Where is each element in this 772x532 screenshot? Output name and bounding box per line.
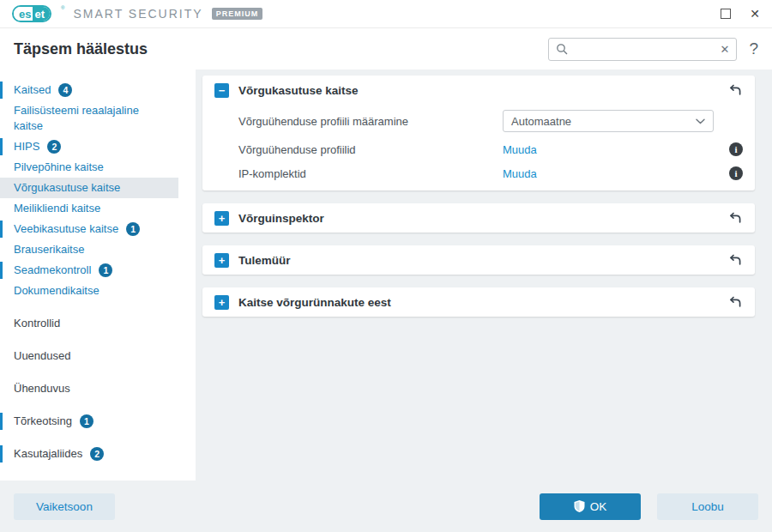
- count-badge: 1: [99, 263, 112, 277]
- cancel-button[interactable]: Loobu: [657, 493, 758, 520]
- section-kaitse-vorgurunnakute-eest: + Kaitse võrgurünnakute eest: [202, 287, 755, 317]
- undo-icon: [728, 83, 742, 97]
- product-name: SMART SECURITY: [73, 7, 202, 21]
- sidebar-item-label: Brauserikaitse: [14, 242, 84, 257]
- section-header[interactable]: + Kaitse võrgurünnakute eest: [202, 287, 755, 317]
- default-button[interactable]: Vaiketsoon: [14, 493, 115, 520]
- sidebar-item-meilikliendi-kaitse[interactable]: Meilikliendi kaitse: [0, 198, 178, 219]
- expand-icon[interactable]: +: [214, 253, 229, 268]
- collapse-icon[interactable]: −: [214, 83, 229, 98]
- setting-row-profiili-maaramine: Võrguühenduse profiili määramine Automaa…: [202, 105, 755, 137]
- attention-bar: [0, 221, 3, 238]
- setting-label: IP-komplektid: [238, 167, 503, 180]
- count-badge: 2: [90, 447, 104, 461]
- settings-content: − Võrgukasutuse kaitse Võrguühenduse pro…: [196, 70, 772, 481]
- ok-button-label: OK: [590, 500, 607, 513]
- attention-bar: [0, 262, 3, 279]
- registered-mark: ®: [61, 5, 64, 10]
- setting-label: Võrguühenduse profiili määramine: [238, 115, 503, 128]
- section-title: Võrguinspektor: [238, 212, 718, 225]
- section-header[interactable]: + Tulemüür: [202, 245, 755, 275]
- section-vorgukasutuse-kaitse: − Võrgukasutuse kaitse Võrguühenduse pro…: [202, 76, 755, 190]
- sidebar-item-uuendused[interactable]: Uuendused: [0, 346, 178, 366]
- sidebar-item-kasutajaliides[interactable]: Kasutajaliides 2: [0, 444, 178, 464]
- eset-advanced-setup-window: es et ® SMART SECURITY PREMIUM ✕ Täpsem …: [0, 0, 772, 532]
- count-badge: 4: [58, 83, 72, 97]
- count-badge: 1: [80, 414, 93, 428]
- sidebar-item-uhenduvus[interactable]: Ühenduvus: [0, 378, 178, 399]
- edit-profiles-link[interactable]: Muuda: [503, 143, 537, 156]
- sidebar-item-pilvepohine-kaitse[interactable]: Pilvepõhine kaitse: [0, 157, 178, 178]
- sidebar-item-label: HIPS: [14, 139, 39, 154]
- window-controls: ✕: [721, 8, 760, 20]
- sidebar-item-brauserikaitse[interactable]: Brauserikaitse: [0, 239, 178, 260]
- sidebar-item-kontrollid[interactable]: Kontrollid: [0, 313, 178, 334]
- count-badge: 1: [126, 222, 140, 236]
- sidebar-item-label: Kasutajaliides: [14, 446, 82, 462]
- revert-to-default-button[interactable]: [727, 82, 743, 98]
- sidebar-item-hips[interactable]: HIPS 2: [0, 136, 178, 157]
- sidebar-item-label: Dokumendikaitse: [14, 283, 100, 299]
- sidebar-item-label: Pilvepõhine kaitse: [14, 160, 104, 175]
- section-header[interactable]: + Võrguinspektor: [202, 203, 755, 233]
- close-button[interactable]: ✕: [750, 8, 760, 20]
- sidebar-item-label: Veebikasutuse kaitse: [14, 221, 118, 237]
- search-icon: [556, 43, 568, 55]
- sidebar-item-vorgukasutuse-kaitse[interactable]: Võrgukasutuse kaitse: [0, 178, 178, 198]
- section-title: Võrgukasutuse kaitse: [238, 84, 718, 97]
- revert-to-default-button[interactable]: [727, 294, 743, 310]
- eset-logo: es et ® SMART SECURITY PREMIUM: [12, 5, 262, 22]
- section-title: Tulemüür: [238, 254, 718, 267]
- dropdown-value: Automaatne: [511, 115, 571, 128]
- sidebar-item-label: Tõrkeotsing: [14, 414, 72, 429]
- attention-bar: [0, 138, 3, 155]
- page-header: Täpsem häälestus ✕ ?: [0, 28, 772, 70]
- sidebar-item-label: Võrgukasutuse kaitse: [14, 180, 120, 196]
- revert-to-default-button[interactable]: [727, 210, 743, 226]
- info-icon[interactable]: i: [729, 142, 743, 156]
- sidebar-item-seadmekontroll[interactable]: Seadmekontroll 1: [0, 260, 178, 281]
- sidebar-item-label: Kontrollid: [14, 316, 60, 331]
- edit-ip-sets-link[interactable]: Muuda: [503, 167, 537, 180]
- info-icon[interactable]: i: [729, 166, 743, 180]
- section-tulemuur: + Tulemüür: [202, 245, 755, 275]
- chevron-down-icon: [696, 118, 705, 124]
- main-area: Kaitsed 4 Failisüsteemi reaalajaline kai…: [0, 70, 772, 481]
- sidebar-item-privaatsussatted[interactable]: Privaatsussätted: [0, 476, 178, 481]
- undo-icon: [728, 253, 742, 267]
- revert-to-default-button[interactable]: [727, 252, 743, 268]
- search-box[interactable]: ✕: [548, 38, 737, 61]
- eset-logo-mark: es et: [12, 5, 51, 22]
- attention-bar: [0, 445, 3, 462]
- expand-icon[interactable]: +: [214, 295, 229, 310]
- sidebar-item-label: Failisüsteemi reaalajaline kaitse: [14, 103, 170, 134]
- section-header[interactable]: − Võrgukasutuse kaitse: [202, 76, 755, 105]
- settings-nav-sidebar: Kaitsed 4 Failisüsteemi reaalajaline kai…: [0, 70, 196, 481]
- sidebar-item-label: Meilikliendi kaitse: [14, 201, 100, 216]
- attention-bar: [0, 82, 3, 99]
- sidebar-item-kaitsed[interactable]: Kaitsed 4: [0, 80, 178, 100]
- setting-row-ip-komplektid: IP-komplektid Muuda i: [202, 161, 755, 190]
- section-title: Kaitse võrgurünnakute eest: [238, 296, 718, 309]
- sidebar-item-veebikasutuse-kaitse[interactable]: Veebikasutuse kaitse 1: [0, 219, 178, 239]
- expand-icon[interactable]: +: [214, 211, 229, 226]
- setting-label: Võrguühenduse profiilid: [238, 143, 503, 156]
- sidebar-item-dokumendikaitse[interactable]: Dokumendikaitse: [0, 281, 178, 301]
- search-input[interactable]: [573, 42, 715, 57]
- sidebar-item-torkeotsing[interactable]: Tõrkeotsing 1: [0, 411, 178, 432]
- help-icon[interactable]: ?: [749, 39, 758, 58]
- maximize-button[interactable]: [721, 9, 731, 19]
- undo-icon: [728, 211, 742, 225]
- count-badge: 2: [47, 140, 61, 154]
- shield-icon: [574, 500, 585, 512]
- profile-assignment-dropdown[interactable]: Automaatne: [503, 110, 714, 132]
- sidebar-item-label: Privaatsussätted: [14, 479, 96, 481]
- ok-button[interactable]: OK: [540, 493, 641, 520]
- title-bar: es et ® SMART SECURITY PREMIUM ✕: [0, 0, 772, 28]
- section-vorguinspektor: + Võrguinspektor: [202, 203, 755, 233]
- eset-logo-left: es: [14, 7, 33, 21]
- eset-logo-right: et: [33, 7, 50, 21]
- sidebar-item-failisusteemi-reaalajaline-kaitse[interactable]: Failisüsteemi reaalajaline kaitse: [0, 100, 178, 136]
- clear-search-icon[interactable]: ✕: [721, 44, 730, 55]
- sidebar-item-label: Uuendused: [14, 348, 71, 364]
